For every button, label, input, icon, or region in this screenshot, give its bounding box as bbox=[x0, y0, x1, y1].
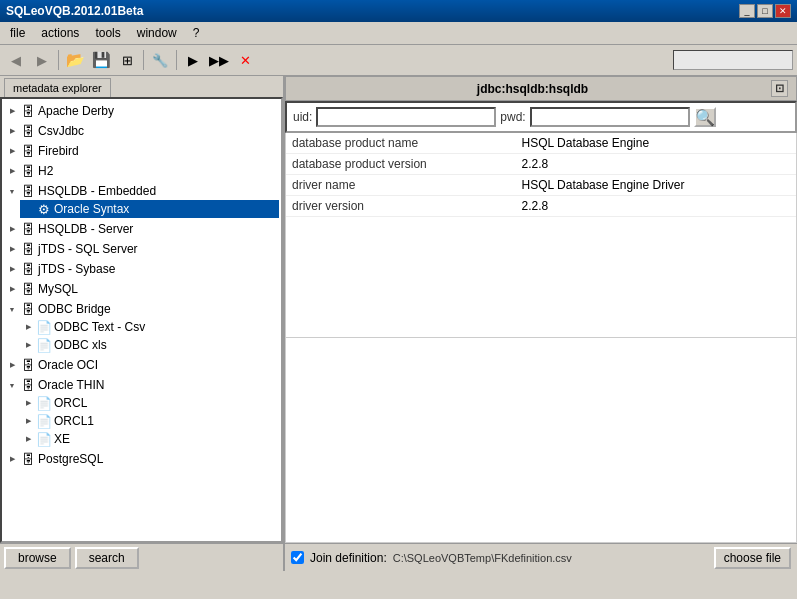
tree-row-postgresql[interactable]: 🗄 PostgreSQL bbox=[4, 450, 279, 468]
tree-row-oracle-thin[interactable]: 🗄 Oracle THIN bbox=[4, 376, 279, 394]
tree-row-hsqldb-server[interactable]: 🗄 HSQLDB - Server bbox=[4, 220, 279, 238]
tree-row-mysql[interactable]: 🗄 MySQL bbox=[4, 280, 279, 298]
expand-jtds-sqlserver[interactable] bbox=[6, 243, 18, 255]
menu-tools[interactable]: tools bbox=[89, 24, 126, 42]
tree-area: 🗄 Apache Derby 🗄 CsvJdbc 🗄 Firebird bbox=[0, 97, 283, 543]
pwd-input[interactable] bbox=[530, 107, 690, 127]
browse-button[interactable]: browse bbox=[4, 547, 71, 569]
expand-xe[interactable] bbox=[22, 433, 34, 445]
right-panel: jdbc:hsqldb:hsqldb ⊡ uid: pwd: 🔍 databas… bbox=[285, 76, 797, 571]
tree-row-oracle-oci[interactable]: 🗄 Oracle OCI bbox=[4, 356, 279, 374]
expand-h2[interactable] bbox=[6, 165, 18, 177]
save-button[interactable]: 💾 bbox=[89, 48, 113, 72]
run2-button[interactable]: ▶▶ bbox=[207, 48, 231, 72]
expand-orcl[interactable] bbox=[22, 397, 34, 409]
db-icon-oracle-oci: 🗄 bbox=[20, 357, 36, 373]
tree-row-jtds-sqlserver[interactable]: 🗄 jTDS - SQL Server bbox=[4, 240, 279, 258]
tree-row-orcl[interactable]: 📄 ORCL bbox=[20, 394, 279, 412]
run1-button[interactable]: ▶ bbox=[181, 48, 205, 72]
file-icon-xe: 📄 bbox=[36, 431, 52, 447]
label-postgresql: PostgreSQL bbox=[38, 452, 103, 466]
expand-postgresql[interactable] bbox=[6, 453, 18, 465]
settings-button[interactable]: 🔧 bbox=[148, 48, 172, 72]
property-key: database product name bbox=[286, 133, 516, 154]
tree-row-xe[interactable]: 📄 XE bbox=[20, 430, 279, 448]
tree-node-hsqldb-server: 🗄 HSQLDB - Server bbox=[4, 219, 279, 239]
expand-odbc-bridge[interactable] bbox=[6, 303, 18, 315]
toolbar-search-input[interactable] bbox=[673, 50, 793, 70]
expand-odbc-text-csv[interactable] bbox=[22, 321, 34, 333]
menu-bar: file actions tools window ? bbox=[0, 22, 797, 45]
join-definition-label: Join definition: bbox=[310, 551, 387, 565]
tree-row-hsqldb-embedded[interactable]: 🗄 HSQLDB - Embedded bbox=[4, 182, 279, 200]
open-button[interactable]: 📂 bbox=[63, 48, 87, 72]
label-odbc-xls: ODBC xls bbox=[54, 338, 107, 352]
tree-row-odbc-xls[interactable]: 📄 ODBC xls bbox=[20, 336, 279, 354]
label-orcl: ORCL bbox=[54, 396, 87, 410]
property-row: database product version2.2.8 bbox=[286, 154, 796, 175]
db-icon-firebird: 🗄 bbox=[20, 143, 36, 159]
expand-orcl1[interactable] bbox=[22, 415, 34, 427]
menu-actions[interactable]: actions bbox=[35, 24, 85, 42]
tree-row-jtds-sybase[interactable]: 🗄 jTDS - Sybase bbox=[4, 260, 279, 278]
metadata-explorer-tab[interactable]: metadata explorer bbox=[0, 76, 283, 97]
expand-oracle-syntax[interactable] bbox=[22, 203, 34, 215]
label-csvjdbc: CsvJdbc bbox=[38, 124, 84, 138]
tree-node-oracle-thin: 🗄 Oracle THIN 📄 ORCL 📄 ORCL1 bbox=[4, 375, 279, 449]
forward-button[interactable]: ▶ bbox=[30, 48, 54, 72]
menu-help[interactable]: ? bbox=[187, 24, 206, 42]
expand-odbc-xls[interactable] bbox=[22, 339, 34, 351]
choose-file-button[interactable]: choose file bbox=[714, 547, 791, 569]
panel-tab-label: metadata explorer bbox=[4, 78, 111, 97]
menu-file[interactable]: file bbox=[4, 24, 31, 42]
file-icon-orcl: 📄 bbox=[36, 395, 52, 411]
grid-button[interactable]: ⊞ bbox=[115, 48, 139, 72]
minimize-button[interactable]: _ bbox=[739, 4, 755, 18]
tree-row-orcl1[interactable]: 📄 ORCL1 bbox=[20, 412, 279, 430]
back-button[interactable]: ◀ bbox=[4, 48, 28, 72]
pop-out-button[interactable]: ⊡ bbox=[771, 80, 788, 97]
property-key: driver version bbox=[286, 196, 516, 217]
connection-title-bar: jdbc:hsqldb:hsqldb ⊡ bbox=[285, 76, 797, 101]
expand-hsqldb-server[interactable] bbox=[6, 223, 18, 235]
expand-oracle-thin[interactable] bbox=[6, 379, 18, 391]
uid-input[interactable] bbox=[316, 107, 496, 127]
tree-row-oracle-syntax[interactable]: ⚙ Oracle Syntax bbox=[20, 200, 279, 218]
maximize-button[interactable]: □ bbox=[757, 4, 773, 18]
property-row: database product nameHSQL Database Engin… bbox=[286, 133, 796, 154]
tree-row-odbc-bridge[interactable]: 🗄 ODBC Bridge bbox=[4, 300, 279, 318]
expand-jtds-sybase[interactable] bbox=[6, 263, 18, 275]
expand-mysql[interactable] bbox=[6, 283, 18, 295]
tree-row-firebird[interactable]: 🗄 Firebird bbox=[4, 142, 279, 160]
tree-row-odbc-text-csv[interactable]: 📄 ODBC Text - Csv bbox=[20, 318, 279, 336]
db-icon-apache-derby: 🗄 bbox=[20, 103, 36, 119]
expand-firebird[interactable] bbox=[6, 145, 18, 157]
expand-hsqldb-embedded[interactable] bbox=[6, 185, 18, 197]
connect-button[interactable]: 🔍 bbox=[694, 107, 716, 127]
db-icon-oracle-thin: 🗄 bbox=[20, 377, 36, 393]
left-panel: metadata explorer 🗄 Apache Derby 🗄 CsvJd… bbox=[0, 76, 285, 571]
tree-row-apache-derby[interactable]: 🗄 Apache Derby bbox=[4, 102, 279, 120]
expand-csvjdbc[interactable] bbox=[6, 125, 18, 137]
join-definition-path: C:\SQLeoVQBTemp\FKdefinition.csv bbox=[393, 552, 708, 564]
tree-node-hsqldb-embedded: 🗄 HSQLDB - Embedded ⚙ Oracle Syntax bbox=[4, 181, 279, 219]
db-icon-csvjdbc: 🗄 bbox=[20, 123, 36, 139]
label-odbc-text-csv: ODBC Text - Csv bbox=[54, 320, 145, 334]
label-odbc-bridge: ODBC Bridge bbox=[38, 302, 111, 316]
property-row: driver nameHSQL Database Engine Driver bbox=[286, 175, 796, 196]
tree-node-mysql: 🗄 MySQL bbox=[4, 279, 279, 299]
join-definition-checkbox[interactable] bbox=[291, 551, 304, 564]
menu-window[interactable]: window bbox=[131, 24, 183, 42]
tree-row-csvjdbc[interactable]: 🗄 CsvJdbc bbox=[4, 122, 279, 140]
tree-node-firebird: 🗄 Firebird bbox=[4, 141, 279, 161]
search-button[interactable]: search bbox=[75, 547, 139, 569]
stop-button[interactable]: ✕ bbox=[233, 48, 257, 72]
expand-oracle-oci[interactable] bbox=[6, 359, 18, 371]
tree-node-postgresql: 🗄 PostgreSQL bbox=[4, 449, 279, 469]
label-jtds-sybase: jTDS - Sybase bbox=[38, 262, 115, 276]
expand-apache-derby[interactable] bbox=[6, 105, 18, 117]
close-button[interactable]: ✕ bbox=[775, 4, 791, 18]
property-key: database product version bbox=[286, 154, 516, 175]
tree-row-h2[interactable]: 🗄 H2 bbox=[4, 162, 279, 180]
label-mysql: MySQL bbox=[38, 282, 78, 296]
